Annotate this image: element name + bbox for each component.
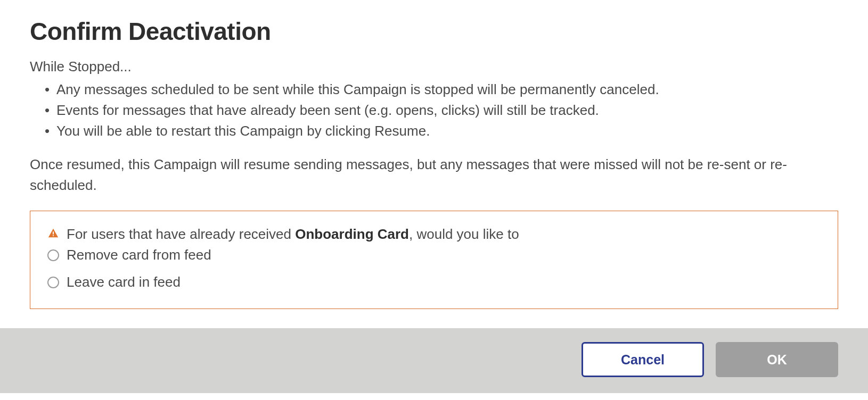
- radio-circle-icon: [47, 277, 59, 288]
- warning-prefix: For users that have already received: [67, 226, 295, 242]
- warning-box: For users that have already received Onb…: [30, 211, 838, 309]
- ok-button[interactable]: OK: [716, 342, 838, 377]
- radio-circle-icon: [47, 249, 59, 261]
- warning-card-name: Onboarding Card: [295, 226, 409, 242]
- svg-rect-0: [53, 231, 54, 235]
- warning-header: For users that have already received Onb…: [47, 226, 821, 243]
- warning-suffix: , would you like to: [409, 226, 519, 242]
- bullet-item: Events for messages that have already be…: [45, 100, 838, 121]
- dialog-footer: Cancel OK: [0, 328, 868, 393]
- dialog-content: Confirm Deactivation While Stopped... An…: [0, 0, 868, 328]
- bullet-item: You will be able to restart this Campaig…: [45, 121, 838, 141]
- warning-prompt: For users that have already received Onb…: [67, 226, 519, 243]
- cancel-button[interactable]: Cancel: [582, 342, 704, 377]
- dialog-title: Confirm Deactivation: [30, 17, 838, 46]
- warning-triangle-icon: [47, 228, 59, 241]
- radio-label: Leave card in feed: [67, 274, 181, 290]
- svg-rect-1: [53, 235, 54, 236]
- intro-line: While Stopped...: [30, 59, 838, 75]
- confirm-deactivation-dialog: Confirm Deactivation While Stopped... An…: [0, 0, 868, 393]
- bullet-list: Any messages scheduled to be sent while …: [30, 79, 838, 141]
- bullet-item: Any messages scheduled to be sent while …: [45, 79, 838, 100]
- radio-option-remove[interactable]: Remove card from feed: [47, 247, 821, 263]
- radio-option-leave[interactable]: Leave card in feed: [47, 274, 821, 290]
- radio-label: Remove card from feed: [67, 247, 211, 263]
- resume-note: Once resumed, this Campaign will resume …: [30, 154, 838, 196]
